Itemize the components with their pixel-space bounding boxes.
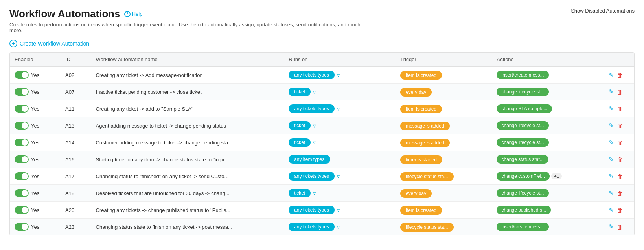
filter-icon[interactable]: ▿ <box>337 224 340 230</box>
toggle-enabled[interactable] <box>15 155 29 163</box>
edit-icon[interactable]: ✎ <box>609 71 614 78</box>
toggle-enabled[interactable] <box>15 206 29 214</box>
automation-id: A17 <box>61 168 91 185</box>
trigger-badge: message is added <box>400 139 449 147</box>
edit-icon[interactable]: ✎ <box>609 223 614 230</box>
show-disabled-button[interactable]: Show Disabled Automations <box>571 8 635 14</box>
trigger-badge: item is created <box>400 206 442 215</box>
delete-icon[interactable]: 🗑 <box>617 122 623 129</box>
toggle-enabled[interactable] <box>15 105 29 113</box>
enabled-label: Yes <box>31 157 39 162</box>
create-icon: + <box>9 40 17 47</box>
toggle-enabled[interactable] <box>15 88 29 96</box>
action-badge: change status stat... <box>497 155 548 164</box>
delete-icon[interactable]: 🗑 <box>617 207 623 214</box>
edit-icon[interactable]: ✎ <box>609 206 614 214</box>
table-row: Yes A02Creating any ticket -> Add messag… <box>10 67 634 84</box>
table-row: Yes A18Resolved tickets that are untouch… <box>10 185 634 202</box>
table-header: Enabled ID Workflow automation name Runs… <box>10 53 634 67</box>
filter-icon[interactable]: ▿ <box>337 173 340 179</box>
filter-icon[interactable]: ▿ <box>313 139 316 146</box>
page-subtitle: Create rules to perform actions on items… <box>9 22 363 33</box>
toggle-enabled[interactable] <box>15 71 29 79</box>
action-badge: change lifecycle st... <box>497 121 548 130</box>
edit-icon[interactable]: ✎ <box>609 190 614 197</box>
automation-name: Starting timer on any item -> change sta… <box>91 151 284 168</box>
table-row: Yes A13Agent adding message to ticket ->… <box>10 117 634 134</box>
automations-table-container: Enabled ID Workflow automation name Runs… <box>9 52 635 235</box>
edit-icon[interactable]: ✎ <box>609 156 614 163</box>
runs-on-badge: ticket <box>289 121 311 130</box>
runs-on-badge: any tickets types <box>289 223 335 231</box>
page-header: Workflow Automations ? Help Create rules… <box>9 8 635 33</box>
create-workflow-button[interactable]: + Create Workflow Automation <box>9 40 89 47</box>
header-left: Workflow Automations ? Help Create rules… <box>9 8 363 33</box>
action-badge: change lifecycle st... <box>497 189 548 197</box>
help-link[interactable]: ? Help <box>124 11 143 17</box>
filter-icon[interactable]: ▿ <box>337 207 340 213</box>
automation-id: A02 <box>61 67 91 84</box>
delete-icon[interactable]: 🗑 <box>617 106 623 112</box>
action-badge: insert/create mess... <box>497 223 548 231</box>
enabled-label: Yes <box>31 207 39 213</box>
filter-icon[interactable]: ▿ <box>337 72 340 78</box>
col-header-runs: Runs on <box>284 53 396 67</box>
automation-name: Creating any ticket -> Add message-notif… <box>91 67 284 84</box>
page-title: Workflow Automations <box>9 8 120 20</box>
runs-on-badge: any tickets types <box>289 71 335 79</box>
filter-icon[interactable]: ▿ <box>313 190 316 196</box>
trigger-badge: item is created <box>400 105 442 113</box>
col-header-row-actions <box>604 53 635 67</box>
page-title-row: Workflow Automations ? Help <box>9 8 363 20</box>
automation-name: Changing status state to finish on any t… <box>91 219 284 235</box>
delete-icon[interactable]: 🗑 <box>617 156 623 163</box>
toggle-enabled[interactable] <box>15 189 29 197</box>
delete-icon[interactable]: 🗑 <box>617 190 623 197</box>
automation-id: A18 <box>61 185 91 202</box>
filter-icon[interactable]: ▿ <box>313 122 316 129</box>
automation-id: A14 <box>61 134 91 151</box>
table-row: Yes A20Creating any tickets -> change pu… <box>10 202 634 219</box>
col-header-trigger: Trigger <box>396 53 492 67</box>
table-row: Yes A23Changing status state to finish o… <box>10 219 634 235</box>
automation-id: A11 <box>61 100 91 117</box>
trigger-badge: every day <box>400 189 432 198</box>
filter-icon[interactable]: ▿ <box>337 106 340 112</box>
delete-icon[interactable]: 🗑 <box>617 89 623 95</box>
edit-icon[interactable]: ✎ <box>609 173 614 180</box>
enabled-label: Yes <box>31 190 39 196</box>
automation-name: Changing status to “finished” on any tic… <box>91 168 284 185</box>
filter-icon[interactable]: ▿ <box>313 89 316 95</box>
runs-on-badge: ticket <box>289 88 311 96</box>
enabled-label: Yes <box>31 224 39 230</box>
delete-icon[interactable]: 🗑 <box>617 139 623 146</box>
help-icon: ? <box>124 11 131 17</box>
table-row: Yes A11Creating any ticket -> add to "Sa… <box>10 100 634 117</box>
edit-icon[interactable]: ✎ <box>609 139 614 146</box>
delete-icon[interactable]: 🗑 <box>617 173 623 180</box>
extra-actions-badge: +1 <box>551 173 562 179</box>
action-badge: change published s... <box>497 206 550 214</box>
table-row: Yes A14Customer adding message to ticket… <box>10 134 634 151</box>
toggle-enabled[interactable] <box>15 172 29 180</box>
action-badge: change customFiel... <box>497 172 550 181</box>
automation-name: Customer adding message to ticket -> cha… <box>91 134 284 151</box>
edit-icon[interactable]: ✎ <box>609 88 614 95</box>
delete-icon[interactable]: 🗑 <box>617 224 623 230</box>
runs-on-badge: ticket <box>289 138 311 147</box>
trigger-badge: lifecycle status sta... <box>400 223 453 232</box>
trigger-badge: item is created <box>400 71 442 80</box>
toggle-enabled[interactable] <box>15 223 29 231</box>
runs-on-badge: any item types <box>289 155 330 164</box>
toggle-enabled[interactable] <box>15 122 29 130</box>
automation-id: A20 <box>61 202 91 219</box>
edit-icon[interactable]: ✎ <box>609 105 614 112</box>
trigger-badge: timer is started <box>400 155 442 164</box>
edit-icon[interactable]: ✎ <box>609 122 614 129</box>
automation-id: A13 <box>61 117 91 134</box>
table-body: Yes A02Creating any ticket -> Add messag… <box>10 67 634 235</box>
table-row: Yes A17Changing status to “finished” on … <box>10 168 634 185</box>
toggle-enabled[interactable] <box>15 139 29 146</box>
delete-icon[interactable]: 🗑 <box>617 72 623 78</box>
trigger-badge: message is added <box>400 122 449 130</box>
